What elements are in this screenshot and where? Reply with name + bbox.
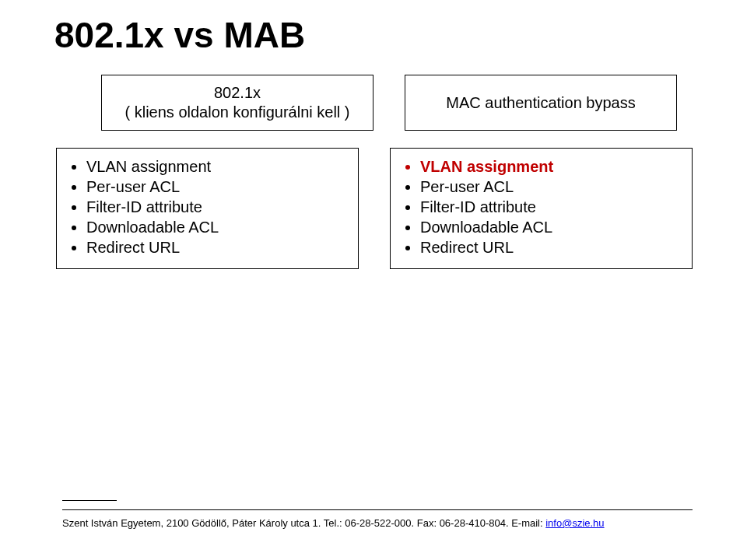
footer-stub-line [62,500,117,501]
list-row: VLAN assignment Per-user ACL Filter-ID a… [56,148,693,269]
list-item: Redirect URL [420,237,682,257]
header-right-text: MAC authentication bypass [446,93,635,113]
header-left-line2: ( kliens oldalon konfigurálni kell ) [124,103,349,122]
footer-text: Szent István Egyetem, 2100 Gödöllő, Páte… [62,517,693,529]
list-item: Per-user ACL [420,177,682,197]
footer-prefix: Szent István Egyetem, 2100 Gödöllő, Páte… [62,517,545,529]
page-title: 802.1x vs MAB [54,14,305,56]
list-item-highlight: VLAN assignment [420,156,682,177]
list-item: Per-user ACL [86,177,349,197]
footer-divider [62,509,693,510]
footer-email-link[interactable]: info@szie.hu [545,517,604,529]
list-item: Downloadable ACL [86,217,349,237]
left-list: VLAN assignment Per-user ACL Filter-ID a… [66,156,349,257]
list-item: Filter-ID attribute [420,197,682,217]
header-box-right: MAC authentication bypass [405,75,677,131]
header-row: 802.1x ( kliens oldalon konfigurálni kel… [101,75,693,131]
list-item: Redirect URL [86,237,349,257]
header-left-line1: 802.1x [124,83,349,103]
right-list: VLAN assignment Per-user ACL Filter-ID a… [400,156,682,257]
list-item: Filter-ID attribute [86,197,349,217]
list-item: VLAN assignment [86,156,349,177]
list-box-left: VLAN assignment Per-user ACL Filter-ID a… [56,148,359,269]
list-item: Downloadable ACL [420,217,682,237]
list-box-right: VLAN assignment Per-user ACL Filter-ID a… [390,148,693,269]
header-box-left: 802.1x ( kliens oldalon konfigurálni kel… [101,75,374,131]
